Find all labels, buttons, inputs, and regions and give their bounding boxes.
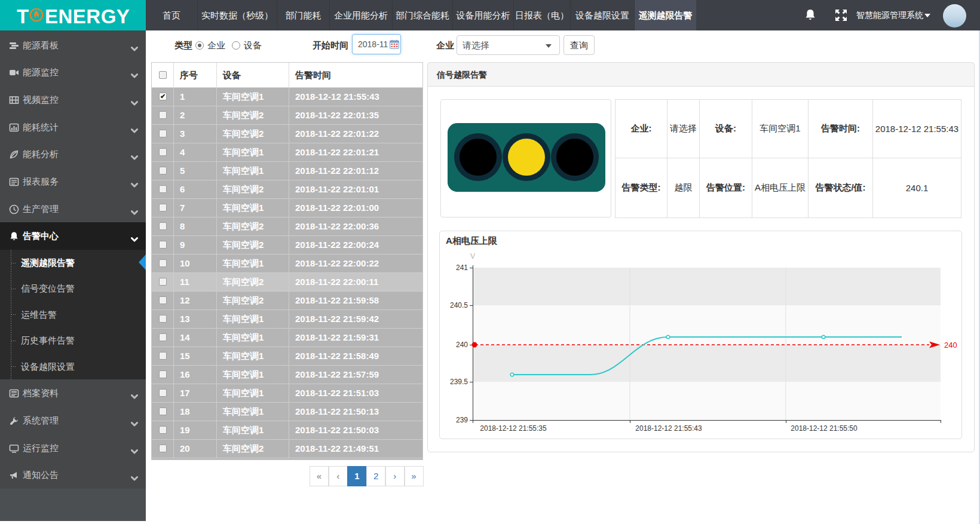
svg-text:240: 240 (456, 341, 468, 349)
svg-text:240: 240 (944, 341, 957, 350)
svg-text:2018-12-12 21:55:50: 2018-12-12 21:55:50 (791, 424, 858, 433)
svg-text:239.5: 239.5 (450, 378, 468, 386)
svg-text:2018-12-12 21:55:35: 2018-12-12 21:55:35 (480, 424, 547, 433)
svg-text:V: V (470, 252, 475, 261)
svg-text:239: 239 (456, 416, 468, 424)
svg-text:241: 241 (456, 263, 468, 272)
svg-text:2018-12-12 21:55:43: 2018-12-12 21:55:43 (635, 424, 702, 433)
svg-text:240.5: 240.5 (450, 301, 468, 310)
